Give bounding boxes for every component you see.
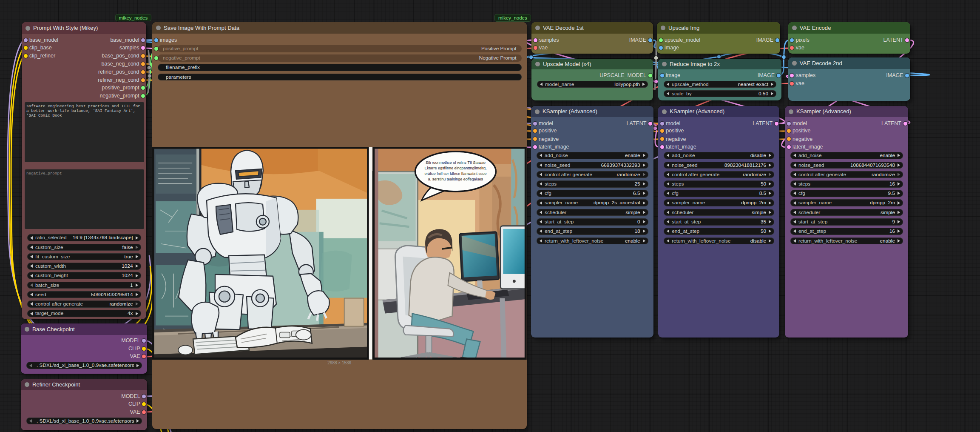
svg-text:Stli roonmetfice of wilinz TII: Stli roonmetfice of wilinz TII Siawae: [426, 160, 486, 165]
svg-text:erálice fnill ser ldfece ffanw: erálice fnill ser ldfece ffanwatint ssoe: [424, 172, 486, 176]
svg-text:a. serstinu tealolnge eoffegai: a. serstinu tealolnge eoffegaiues: [428, 177, 483, 181]
svg-text:Ektarre egsfilnne einqpanttngl: Ektarre egsfilnne einqpanttnglimeirg,: [425, 166, 487, 170]
